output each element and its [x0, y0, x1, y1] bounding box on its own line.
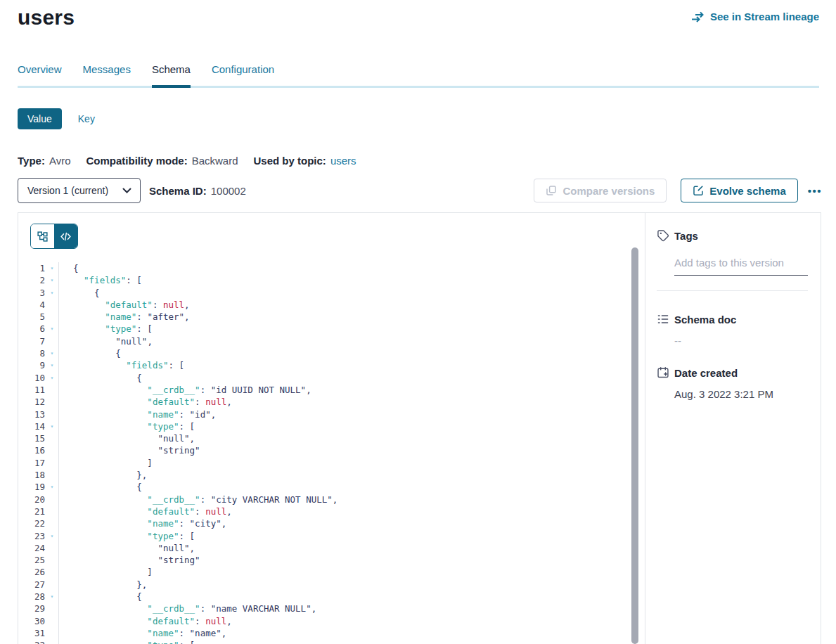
fold-spacer [45, 542, 59, 554]
version-select[interactable]: Version 1 (current) [18, 178, 141, 203]
code-line: 32▾ "type": [ [18, 639, 645, 644]
tab-messages[interactable]: Messages [83, 63, 131, 86]
tag-icon [657, 229, 669, 242]
code-line: 25 "string" [18, 554, 645, 566]
fold-spacer [45, 566, 59, 578]
gutter: 9▾ [18, 359, 59, 371]
line-number: 25 [18, 554, 45, 566]
date-created-heading: Date created [657, 366, 808, 379]
code-view-button[interactable] [54, 224, 77, 248]
fold-spacer [45, 384, 59, 396]
line-number: 2 [18, 274, 45, 286]
gutter: 15 [18, 432, 59, 444]
schema-page: users See in Stream lineage OverviewMess… [0, 0, 836, 644]
line-number: 4 [18, 299, 45, 311]
code-text: "type": [ [59, 420, 195, 432]
code-text: }, [59, 579, 147, 591]
fold-toggle-icon[interactable]: ▾ [45, 481, 59, 493]
gutter: 11 [18, 384, 59, 396]
code-line: 12 "default": null, [18, 396, 645, 408]
fold-toggle-icon[interactable]: ▾ [45, 530, 59, 542]
fold-toggle-icon[interactable]: ▾ [45, 347, 59, 359]
code-text: ] [59, 457, 153, 469]
tab-configuration[interactable]: Configuration [212, 63, 274, 86]
more-options-button[interactable]: ••• [808, 186, 822, 196]
topic-link[interactable]: users [330, 155, 356, 167]
code-text: "name": "after", [59, 311, 190, 323]
line-number: 6 [18, 323, 45, 335]
code-text: "name": "city", [59, 517, 226, 529]
line-number: 11 [18, 384, 45, 396]
view-mode-toggle [30, 224, 78, 249]
fold-toggle-icon[interactable]: ▾ [45, 262, 59, 274]
meta-item: Used by topic:users [254, 155, 356, 167]
line-number: 7 [18, 335, 45, 347]
add-tags-input[interactable] [674, 257, 808, 276]
meta-value: Backward [192, 155, 238, 167]
gutter: 22 [18, 517, 59, 529]
gutter: 30 [18, 615, 59, 627]
stream-lineage-link[interactable]: See in Stream lineage [691, 11, 819, 22]
tab-overview[interactable]: Overview [18, 63, 62, 86]
fold-toggle-icon[interactable]: ▾ [45, 639, 59, 644]
value-key-toggle: Value Key [18, 108, 95, 129]
fold-spacer [45, 579, 59, 591]
tab-bar: OverviewMessagesSchemaConfiguration [18, 63, 819, 88]
fold-spacer [45, 615, 59, 627]
code-line: 30 "default": null, [18, 615, 645, 627]
meta-item: Compatibility mode:Backward [86, 155, 238, 167]
line-number: 29 [18, 603, 45, 614]
code-line: 8▾ { [18, 347, 645, 359]
code-text: "type": [ [59, 323, 153, 335]
gutter: 10▾ [18, 372, 59, 384]
line-number: 21 [18, 505, 45, 517]
gutter: 25 [18, 554, 59, 566]
fold-spacer [45, 311, 59, 323]
line-number: 12 [18, 396, 45, 408]
fold-toggle-icon[interactable]: ▾ [45, 287, 59, 299]
key-toggle-button[interactable]: Key [78, 113, 95, 124]
code-lines: 1▾{2▾ "fields": [3▾ {4 "default": null,5… [18, 262, 645, 644]
line-number: 3 [18, 287, 45, 299]
sidebar-divider [657, 290, 808, 291]
version-actions: Compare versions Evolve schema ••• [534, 179, 822, 202]
tab-schema[interactable]: Schema [152, 63, 191, 86]
code-text: "name": "id", [59, 408, 216, 420]
edit-icon [693, 185, 704, 196]
code-line: 16 "string" [18, 444, 645, 456]
evolve-schema-button[interactable]: Evolve schema [681, 179, 797, 202]
fold-toggle-icon[interactable]: ▾ [45, 359, 59, 371]
fold-toggle-icon[interactable]: ▾ [45, 591, 59, 603]
fold-toggle-icon[interactable]: ▾ [45, 372, 59, 384]
code-text: "name": "name", [59, 627, 226, 639]
code-line: 11 "__crdb__": "id UUID NOT NULL", [18, 384, 645, 396]
line-number: 9 [18, 359, 45, 371]
code-text: "fields": [ [59, 359, 184, 371]
tree-view-button[interactable] [31, 224, 54, 248]
gutter: 23▾ [18, 530, 59, 542]
code-line: 19▾ { [18, 481, 645, 493]
line-number: 19 [18, 481, 45, 493]
code-line: 17 ] [18, 457, 645, 469]
code-line: 6▾ "type": [ [18, 323, 645, 335]
fold-toggle-icon[interactable]: ▾ [45, 420, 59, 432]
date-created-value: Aug. 3 2022 3:21 PM [674, 388, 808, 400]
fold-toggle-icon[interactable]: ▾ [45, 323, 59, 335]
gutter: 31 [18, 627, 59, 639]
page-header: users See in Stream lineage [18, 6, 819, 30]
gutter: 4 [18, 299, 59, 311]
fold-toggle-icon[interactable]: ▾ [45, 274, 59, 286]
value-toggle-button[interactable]: Value [18, 108, 62, 129]
tags-section: Tags [657, 229, 808, 291]
compare-versions-button[interactable]: Compare versions [534, 179, 667, 202]
fold-spacer [45, 627, 59, 639]
line-number: 14 [18, 420, 45, 432]
vertical-scrollbar[interactable] [631, 247, 638, 644]
fold-spacer [45, 408, 59, 420]
gutter: 26 [18, 566, 59, 578]
code-text: "null", [59, 542, 195, 554]
code-text: "__crdb__": "name VARCHAR NULL", [59, 603, 316, 614]
gutter: 17 [18, 457, 59, 469]
schema-doc-section: Schema doc -- [657, 313, 808, 347]
tags-heading: Tags [657, 229, 808, 242]
